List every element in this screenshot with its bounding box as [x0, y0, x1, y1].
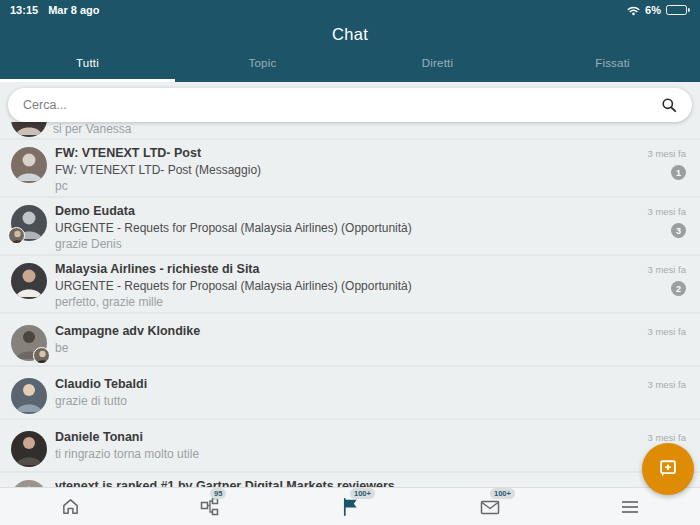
- chat-subtitle: URGENTE - Requets for Proposal (Malaysia…: [55, 220, 634, 236]
- mail-icon: 100+: [479, 496, 501, 518]
- processes-icon: 95: [199, 496, 221, 518]
- status-bar: 13:15 Mar 8 ago 6%: [0, 0, 700, 20]
- chat-preview: grazie Denis: [55, 236, 634, 252]
- chat-preview: pc: [55, 178, 634, 194]
- list-item-partial[interactable]: si per Vanessa: [0, 122, 700, 138]
- avatar: [11, 431, 47, 467]
- chat-meta: 3 mesi fa: [634, 429, 686, 443]
- mail-badge: 100+: [490, 488, 515, 500]
- list-item[interactable]: Claudio Tebaldi grazie di tutto 3 mesi f…: [0, 365, 700, 418]
- list-item[interactable]: Demo Eudata URGENTE - Requets for Propos…: [0, 196, 700, 254]
- chat-time: 3 mesi fa: [647, 326, 686, 337]
- list-item[interactable]: Malaysia Airlines - richieste di Sita UR…: [0, 254, 700, 312]
- chat-list-area: si per Vanessa FW: VTENEXT LTD- Post FW:…: [0, 82, 700, 525]
- chat-time: 3 mesi fa: [647, 148, 686, 159]
- tab-fissati[interactable]: Fissati: [525, 50, 700, 82]
- menu-icon: [619, 496, 641, 518]
- chat-app-screen: 13:15 Mar 8 ago 6% Chat: [0, 0, 700, 525]
- nav-menu[interactable]: [560, 488, 700, 525]
- nav-chat[interactable]: 100+: [280, 488, 420, 525]
- chat-text: Demo Eudata URGENTE - Requets for Propos…: [47, 203, 634, 252]
- battery-icon: [666, 5, 690, 15]
- chat-preview: perfetto, grazie mille: [55, 294, 634, 310]
- search-bar[interactable]: [8, 88, 692, 122]
- chat-time: 3 mesi fa: [647, 264, 686, 275]
- unread-badge: 1: [671, 165, 686, 180]
- unread-badge: 2: [671, 281, 686, 296]
- list-item[interactable]: Campagne adv Klondike be 3 mesi fa: [0, 312, 700, 365]
- chat-time: 3 mesi fa: [647, 379, 686, 390]
- home-icon: [59, 496, 81, 518]
- chat-text: Claudio Tebaldi grazie di tutto: [47, 376, 634, 409]
- chat-subtitle: URGENTE - Requets for Proposal (Malaysia…: [55, 278, 634, 294]
- chat-meta: 3 mesi fa: [634, 323, 686, 337]
- status-right: 6%: [627, 4, 690, 16]
- chat-preview: ti ringrazio torna molto utile: [55, 446, 634, 462]
- chat-badge: 100+: [350, 488, 375, 500]
- new-chat-fab[interactable]: [642, 443, 694, 495]
- chat-preview: be: [55, 340, 634, 356]
- chat-title: Campagne adv Klondike: [55, 323, 634, 340]
- chat-text: Daniele Tonani ti ringrazio torna molto …: [47, 429, 634, 462]
- avatar: [11, 263, 47, 299]
- chat-text: FW: VTENEXT LTD- Post FW: VTENEXT LTD- P…: [47, 145, 634, 194]
- avatar-group: [11, 205, 47, 241]
- chat-title: Claudio Tebaldi: [55, 376, 634, 393]
- avatar: [11, 122, 47, 137]
- chat-text: Malaysia Airlines - richieste di Sita UR…: [47, 261, 634, 310]
- tab-topic[interactable]: Topic: [175, 50, 350, 82]
- unread-badge: 3: [671, 223, 686, 238]
- nav-home[interactable]: [0, 488, 140, 525]
- wifi-icon: [627, 5, 640, 16]
- chat-meta: 3 mesi fa 2: [634, 261, 686, 296]
- chat-title: Malaysia Airlines - richieste di Sita: [55, 261, 634, 278]
- nav-processes[interactable]: 95: [140, 488, 280, 525]
- page-title: Chat: [0, 20, 700, 50]
- avatar: [11, 378, 47, 414]
- nav-mail[interactable]: 100+: [420, 488, 560, 525]
- avatar: [11, 147, 47, 183]
- tab-diretti[interactable]: Diretti: [350, 50, 525, 82]
- chat-meta: 3 mesi fa: [634, 376, 686, 390]
- tab-bar: Tutti Topic Diretti Fissati: [0, 50, 700, 82]
- tab-tutti[interactable]: Tutti: [0, 50, 175, 82]
- chat-preview: grazie di tutto: [55, 393, 634, 409]
- processes-badge: 95: [210, 488, 226, 500]
- chat-title: Demo Eudata: [55, 203, 634, 220]
- chat-title: FW: VTENEXT LTD- Post: [55, 145, 634, 162]
- chat-text: Campagne adv Klondike be: [47, 323, 634, 356]
- chat-subtitle: FW: VTENEXT LTD- Post (Messaggio): [55, 162, 634, 178]
- search-icon[interactable]: [661, 97, 677, 113]
- chat-meta: 3 mesi fa 3: [634, 203, 686, 238]
- status-left: 13:15 Mar 8 ago: [10, 4, 100, 16]
- chat-preview: si per Vanessa: [53, 122, 132, 137]
- list-item[interactable]: FW: VTENEXT LTD- Post FW: VTENEXT LTD- P…: [0, 138, 700, 196]
- bottom-nav: 95 100+ 100+: [0, 487, 700, 525]
- chat-meta: 3 mesi fa 1: [634, 145, 686, 180]
- search-input[interactable]: [23, 98, 661, 112]
- avatar-group: [11, 325, 47, 361]
- chat-time: 3 mesi fa: [647, 206, 686, 217]
- top-bar: 13:15 Mar 8 ago 6% Chat: [0, 0, 700, 82]
- chat-flag-icon: 100+: [339, 496, 361, 518]
- chat-list: si per Vanessa FW: VTENEXT LTD- Post FW:…: [0, 104, 700, 525]
- chat-time: 3 mesi fa: [647, 432, 686, 443]
- status-date: Mar 8 ago: [48, 4, 99, 16]
- status-time: 13:15: [10, 4, 38, 16]
- chat-title: Daniele Tonani: [55, 429, 634, 446]
- list-item[interactable]: Daniele Tonani ti ringrazio torna molto …: [0, 418, 700, 471]
- battery-percent: 6%: [645, 4, 661, 16]
- add-chat-icon: [657, 458, 679, 480]
